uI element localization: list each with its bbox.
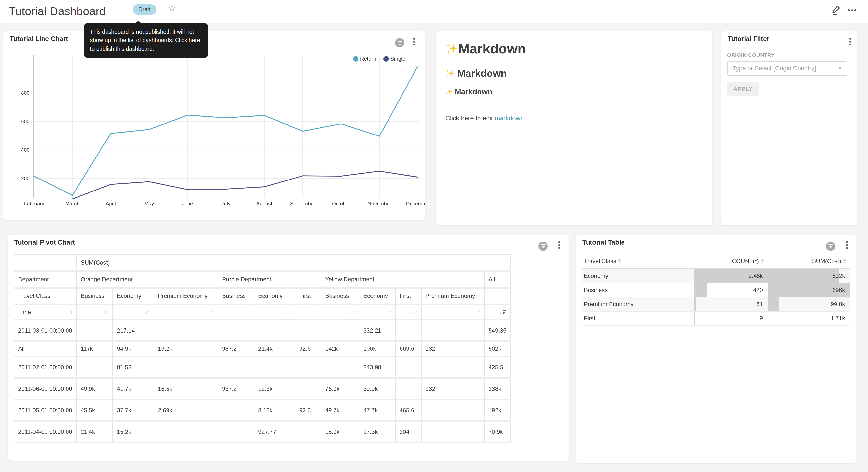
sort-icon[interactable]: ↓↑ <box>145 308 150 316</box>
pivot-blank-cell <box>14 255 76 271</box>
chart-menu-icon[interactable] <box>846 241 848 249</box>
pivot-department-group: Orange Department <box>76 271 218 288</box>
table-row[interactable]: First91.71k <box>582 311 850 325</box>
sort-icon[interactable]: ↓↑ <box>413 308 417 316</box>
table-card: Tutorial Table Travel ClassCOUNT(*)SUM(C… <box>576 235 856 463</box>
sparkles-icon <box>445 89 452 95</box>
pivot-row-label: 2011-02-01 00:00:00 <box>14 357 76 378</box>
pivot-cell: 106k <box>359 341 395 356</box>
cell-travel-class: Premium Economy <box>582 297 694 311</box>
chart-menu-icon[interactable] <box>558 241 560 249</box>
pivot-department-row: DepartmentOrange DepartmentPurple Depart… <box>14 271 510 288</box>
pivot-row: 2011-04-01 00:00:0021.4k15.2k927.7715.9k… <box>14 421 510 443</box>
pivot-department-group: Yellow Department <box>321 271 484 288</box>
pivot-cell: 39.9k <box>359 378 395 400</box>
svg-text:June: June <box>182 201 193 206</box>
pivot-cell: 204 <box>395 421 421 443</box>
pivot-cell: 76.9k <box>321 378 359 400</box>
pivot-cell: 192k <box>484 400 510 421</box>
pivot-row: 2011-02-01 00:00:0081.52343.98425.5 <box>14 357 510 378</box>
pivot-class-col: Business <box>321 288 359 304</box>
sparkles-icon <box>445 69 455 78</box>
sort-icon[interactable]: ↓↑ <box>246 308 250 316</box>
dashboard-menu-icon[interactable] <box>848 9 856 11</box>
pivot-cell: 81.52 <box>113 357 154 378</box>
pivot-cell: 94.9k <box>113 341 154 356</box>
favorite-star-icon[interactable]: ☆ <box>168 3 176 13</box>
origin-country-select[interactable]: Type or Select [Origin Country] ▼ <box>727 61 847 76</box>
pivot-cell: 49.9k <box>76 378 113 400</box>
pivot-cell: 19.2k <box>154 341 218 356</box>
svg-text:800: 800 <box>21 90 30 96</box>
sort-icon[interactable]: ↓↑ <box>351 308 355 316</box>
pivot-cell: 238k <box>484 378 510 400</box>
sort-caret-icon[interactable] <box>618 259 621 264</box>
applied-filters-icon[interactable] <box>826 242 835 251</box>
pivot-row: 2011-05-01 00:00:0045.5k37.7k2.69k8.16k9… <box>14 400 510 421</box>
origin-country-label: ORIGIN COUNTRY <box>727 52 851 58</box>
svg-text:February: February <box>24 201 44 206</box>
svg-text:October: October <box>332 201 350 206</box>
edit-dashboard-icon[interactable] <box>831 4 841 15</box>
pivot-cell: 8.16k <box>254 400 295 421</box>
markdown-edit-link[interactable]: markdown <box>495 114 524 122</box>
table-row[interactable]: Business420696k <box>582 283 850 297</box>
svg-text:September: September <box>290 201 315 206</box>
pivot-cell <box>421 400 484 421</box>
svg-text:600: 600 <box>21 118 30 124</box>
sort-caret-icon[interactable] <box>761 259 764 264</box>
pivot-table: SUM(Cost)DepartmentOrange DepartmentPurp… <box>14 254 510 443</box>
pivot-cell <box>295 320 321 341</box>
line-chart-card: Tutorial Line Chart Return Single 200400… <box>3 31 425 220</box>
filter-card-title: Tutorial Filter <box>727 35 770 42</box>
pivot-chart-title: Tutorial Pivot Chart <box>14 239 75 246</box>
col-count[interactable]: COUNT(*) <box>694 254 768 268</box>
filter-menu-icon[interactable] <box>849 38 851 45</box>
pivot-row: 2011-06-01 00:00:0049.9k41.7k16.5k937.21… <box>14 378 510 400</box>
pivot-cell <box>76 320 113 341</box>
pivot-metric-label: SUM(Cost) <box>76 255 510 271</box>
sort-icon[interactable]: ↓↑ <box>476 308 480 316</box>
table-row[interactable]: Premium Economy6199.8k <box>582 297 850 311</box>
pivot-metric-row: SUM(Cost) <box>14 255 510 271</box>
col-sum-cost[interactable]: SUM(Cost) <box>768 254 850 268</box>
sort-icon[interactable]: ↓↑ <box>209 308 214 316</box>
col-travel-class[interactable]: Travel Class <box>582 254 694 268</box>
pivot-cell: 927.77 <box>254 421 295 443</box>
pivot-cell: 41.7k <box>113 378 154 400</box>
svg-text:400: 400 <box>21 147 30 153</box>
pivot-class-col: First <box>295 288 321 304</box>
table-row[interactable]: Economy2.46k602k <box>582 268 850 283</box>
pivot-row-label: 2011-05-01 00:00:00 <box>14 400 76 421</box>
applied-filters-icon[interactable] <box>538 242 548 251</box>
pivot-cell <box>154 421 218 443</box>
publish-tooltip[interactable]: This dashboard is not published, it will… <box>84 24 208 58</box>
pivot-cell: 16.5k <box>154 378 218 400</box>
line-chart-plot[interactable]: 200400600800FebruaryMarchAprilMayJuneJul… <box>3 31 425 220</box>
cell-sum-cost: 696k <box>768 283 850 297</box>
select-placeholder: Type or Select [Origin Country] <box>733 65 836 72</box>
sort-caret-icon[interactable] <box>843 259 846 264</box>
apply-button[interactable]: APPLY <box>727 82 759 96</box>
pivot-cell: 117k <box>76 341 113 356</box>
pivot-cell <box>218 400 254 421</box>
pivot-cell: 343.98 <box>359 357 395 378</box>
pivot-all-label: All <box>484 271 510 288</box>
sort-icon[interactable]: ↓↑ <box>387 308 391 316</box>
sort-icon[interactable]: ↓↑ <box>286 308 291 316</box>
sort-icon[interactable]: ↓↑ <box>104 308 108 316</box>
draft-status-badge[interactable]: Draft <box>132 4 156 15</box>
pivot-sort-row: Time↓↑↓↑↓↑↓↑↓↑↓↑↓↑↓↑↓↑↓↑↓↑↓ <box>14 304 510 320</box>
pivot-row-label: 2011-04-01 00:00:00 <box>14 421 76 443</box>
pivot-cell <box>254 357 295 378</box>
sort-desc-icon[interactable]: ↓ <box>499 308 506 316</box>
pivot-cell: 142k <box>321 341 359 356</box>
sort-icon[interactable]: ↓↑ <box>68 308 72 316</box>
tooltip-arrow <box>135 21 142 24</box>
pivot-cell: 217.14 <box>113 320 154 341</box>
pivot-cell <box>321 320 359 341</box>
pivot-department-label: Department <box>14 271 76 288</box>
svg-text:July: July <box>221 201 230 206</box>
sort-icon[interactable]: ↓↑ <box>312 308 317 316</box>
markdown-paragraph: Click here to edit markdown <box>445 114 703 122</box>
